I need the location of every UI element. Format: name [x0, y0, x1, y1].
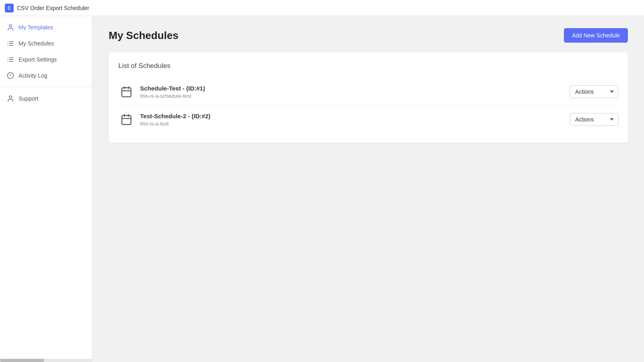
- schedule-name-2: Test-Schedule-2 - (ID:#2): [140, 113, 570, 119]
- svg-point-16: [9, 96, 12, 98]
- sidebar-item-activity-log[interactable]: Activity Log: [0, 68, 92, 84]
- svg-point-0: [9, 25, 12, 27]
- schedule-name-1: Schedule-Test - (ID:#1): [140, 85, 570, 92]
- sidebar-divider: [0, 87, 92, 87]
- app-title: CSV Order Export Scheduler: [17, 5, 89, 11]
- scrollbar-track[interactable]: [0, 359, 93, 362]
- svg-rect-21: [122, 115, 131, 125]
- sidebar-item-my-schedules[interactable]: My Schedules: [0, 35, 92, 51]
- page-header: My Schedules Add New Schedule: [109, 28, 628, 43]
- person-icon: [6, 23, 14, 31]
- list-title: List of Schedules: [118, 62, 618, 70]
- sidebar-item-my-templates-label: My Templates: [19, 24, 53, 31]
- sidebar-item-activity-log-label: Activity Log: [19, 72, 47, 79]
- person-icon-support: [6, 95, 14, 103]
- activity-icon: [6, 72, 14, 80]
- add-new-schedule-button[interactable]: Add New Schedule: [564, 28, 628, 43]
- top-bar: C CSV Order Export Scheduler: [0, 0, 644, 16]
- sidebar-item-export-settings[interactable]: Export Settings: [0, 51, 92, 68]
- page-title: My Schedules: [109, 29, 178, 42]
- main-content: My Schedules Add New Schedule List of Sc…: [93, 16, 644, 362]
- scrollbar-thumb[interactable]: [0, 359, 44, 362]
- schedule-info-1: Schedule-Test - (ID:#1) this-is-a-schedu…: [140, 85, 570, 99]
- layout: My Templates My Schedules Export Setting…: [0, 16, 644, 362]
- sidebar-item-export-settings-label: Export Settings: [19, 56, 57, 63]
- list-icon-export: [6, 56, 14, 64]
- schedules-card: List of Schedules Schedule-Test - (ID:#1…: [109, 52, 628, 143]
- sidebar-item-my-templates[interactable]: My Templates: [0, 19, 92, 35]
- sidebar-item-support[interactable]: Support: [0, 90, 92, 107]
- list-icon-schedules: [6, 39, 14, 47]
- actions-dropdown-2[interactable]: Actions Edit Delete View: [570, 113, 618, 126]
- calendar-icon-2: [118, 111, 134, 128]
- schedule-item-1: Schedule-Test - (ID:#1) this-is-a-schedu…: [118, 78, 618, 106]
- schedule-info-2: Test-Schedule-2 - (ID:#2) this-is-a-test: [140, 113, 570, 127]
- calendar-icon-1: [118, 84, 134, 100]
- actions-dropdown-1[interactable]: Actions Edit Delete View: [570, 85, 618, 98]
- schedule-subtitle-1: this-is-a-schedule-test: [140, 93, 570, 99]
- app-icon: C: [5, 4, 14, 12]
- schedule-item-2: Test-Schedule-2 - (ID:#2) this-is-a-test…: [118, 106, 618, 133]
- sidebar-item-support-label: Support: [19, 95, 38, 102]
- svg-rect-17: [122, 88, 131, 97]
- schedule-subtitle-2: this-is-a-test: [140, 121, 570, 127]
- sidebar: My Templates My Schedules Export Setting…: [0, 16, 93, 362]
- sidebar-item-my-schedules-label: My Schedules: [19, 40, 54, 47]
